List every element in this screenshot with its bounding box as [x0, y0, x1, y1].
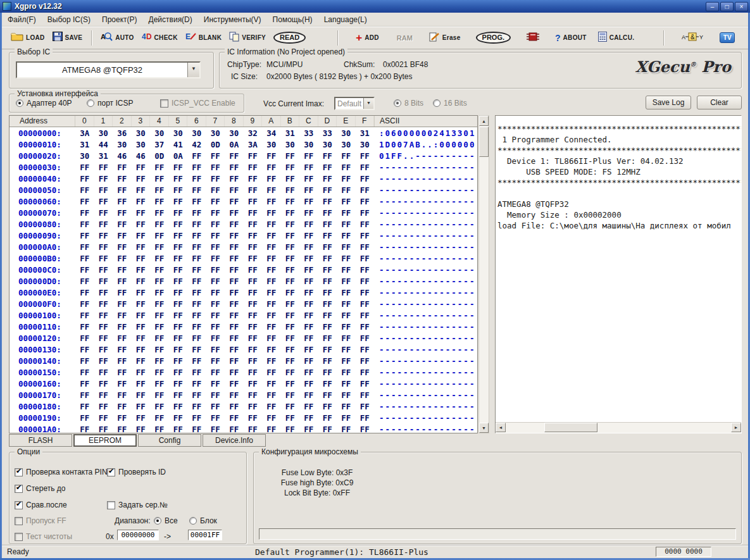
hex-byte[interactable]: FF	[356, 163, 375, 172]
hex-byte[interactable]: FF	[94, 288, 113, 297]
calcu-button[interactable]: CALCU.	[597, 29, 636, 47]
hex-byte[interactable]: FF	[244, 311, 263, 320]
hex-byte[interactable]: FF	[262, 368, 281, 377]
hex-byte[interactable]: FF	[337, 379, 356, 389]
hex-byte[interactable]: FF	[356, 425, 375, 434]
hex-byte[interactable]: FF	[75, 288, 94, 297]
hex-byte[interactable]: 0D	[206, 140, 225, 149]
hex-byte[interactable]: FF	[281, 379, 300, 389]
hex-byte[interactable]: 30	[132, 128, 151, 138]
hex-byte[interactable]: FF	[132, 356, 151, 366]
load-button[interactable]: LOAD	[9, 29, 46, 47]
hex-ascii[interactable]: ----------------	[374, 220, 477, 229]
hex-byte[interactable]: FF	[318, 231, 337, 240]
hex-byte[interactable]: FF	[356, 277, 375, 286]
hex-byte[interactable]: FF	[225, 242, 244, 252]
hex-byte[interactable]: FF	[169, 345, 188, 354]
hex-byte[interactable]: FF	[244, 379, 263, 389]
hex-byte[interactable]: FF	[75, 333, 94, 343]
hex-byte[interactable]: FF	[187, 151, 206, 161]
hex-byte[interactable]: 30	[150, 128, 169, 138]
hex-byte[interactable]: FF	[356, 333, 375, 343]
hex-byte[interactable]: FF	[94, 197, 113, 206]
hex-byte[interactable]: 30	[75, 151, 94, 161]
hex-byte[interactable]: FF	[299, 311, 318, 320]
hex-byte[interactable]: FF	[75, 185, 94, 195]
hex-byte[interactable]: FF	[150, 311, 169, 320]
hex-byte[interactable]: FF	[206, 379, 225, 389]
hex-byte[interactable]: FF	[281, 390, 300, 400]
hex-byte[interactable]: 30	[337, 140, 356, 149]
blank-test-checkbox[interactable]: Тест чистоты	[15, 532, 72, 541]
hex-byte[interactable]: FF	[75, 265, 94, 275]
hex-byte[interactable]: FF	[206, 185, 225, 195]
hex-byte[interactable]: FF	[75, 299, 94, 309]
hex-byte[interactable]: FF	[281, 231, 300, 240]
logic-test-button[interactable]: A&Y	[680, 29, 704, 47]
hex-byte[interactable]: FF	[244, 220, 263, 229]
hex-byte[interactable]: FF	[75, 231, 94, 240]
hex-byte[interactable]: FF	[187, 299, 206, 309]
scroll-up-icon[interactable]: ▲	[479, 116, 489, 126]
hex-byte[interactable]: FF	[299, 356, 318, 366]
hex-byte[interactable]: FF	[337, 425, 356, 434]
hex-ascii[interactable]: ----------------	[374, 368, 477, 377]
hex-byte[interactable]: FF	[94, 242, 113, 252]
hex-byte[interactable]: 30	[225, 128, 244, 138]
hex-byte[interactable]: 30	[94, 128, 113, 138]
hex-byte[interactable]: FF	[337, 151, 356, 161]
hex-byte[interactable]: FF	[113, 379, 132, 389]
hex-byte[interactable]: FF	[132, 299, 151, 309]
hex-byte[interactable]: FF	[150, 356, 169, 366]
hex-byte[interactable]: FF	[318, 220, 337, 229]
hex-ascii[interactable]: ----------------	[374, 254, 477, 263]
hex-byte[interactable]: FF	[244, 288, 263, 297]
hex-byte[interactable]: FF	[132, 390, 151, 400]
hex-byte[interactable]: FF	[337, 311, 356, 320]
hex-byte[interactable]: FF	[206, 242, 225, 252]
hex-byte[interactable]: FF	[318, 185, 337, 195]
hex-byte[interactable]: FF	[75, 322, 94, 332]
hex-byte[interactable]: 3A	[75, 128, 94, 138]
hex-byte[interactable]: FF	[262, 413, 281, 423]
16-bits-radio[interactable]: 16 Bits	[433, 99, 467, 108]
hex-byte[interactable]: FF	[113, 425, 132, 434]
hex-byte[interactable]: FF	[113, 299, 132, 309]
hex-byte[interactable]: FF	[187, 379, 206, 389]
address-to-input[interactable]	[188, 530, 222, 540]
hex-byte[interactable]: FF	[113, 174, 132, 184]
hex-byte[interactable]: 44	[94, 140, 113, 149]
hex-byte[interactable]: FF	[113, 242, 132, 252]
hex-ascii[interactable]: ----------------	[374, 208, 477, 218]
hex-byte[interactable]: FF	[225, 311, 244, 320]
hex-byte[interactable]: 33	[318, 128, 337, 138]
hex-byte[interactable]: FF	[75, 402, 94, 411]
hex-byte[interactable]: 3A	[244, 140, 263, 149]
hex-byte[interactable]: FF	[356, 197, 375, 206]
hex-byte[interactable]: FF	[318, 265, 337, 275]
menu-item-1[interactable]: Выбор IC(S)	[42, 13, 96, 26]
hex-byte[interactable]: 34	[262, 128, 281, 138]
hex-byte[interactable]: FF	[244, 174, 263, 184]
hex-byte[interactable]: FF	[281, 174, 300, 184]
hex-byte[interactable]: FF	[281, 413, 300, 423]
hex-byte[interactable]: FF	[244, 322, 263, 332]
hex-byte[interactable]: FF	[169, 333, 188, 343]
hex-byte[interactable]: FF	[337, 390, 356, 400]
hex-byte[interactable]: FF	[206, 356, 225, 366]
hex-byte[interactable]: FF	[244, 277, 263, 286]
hex-byte[interactable]: FF	[225, 425, 244, 434]
hex-byte[interactable]: FF	[113, 402, 132, 411]
hex-byte[interactable]: FF	[244, 425, 263, 434]
hex-byte[interactable]: FF	[75, 390, 94, 400]
hex-vertical-scrollbar[interactable]: ▲ ▼	[478, 115, 489, 433]
log-horizontal-scrollbar[interactable]: ◄ ►	[496, 422, 741, 433]
hex-byte[interactable]: 36	[113, 128, 132, 138]
hex-byte[interactable]: FF	[169, 220, 188, 229]
hex-byte[interactable]: FF	[281, 208, 300, 218]
hex-byte[interactable]: FF	[206, 368, 225, 377]
hex-byte[interactable]: FF	[356, 242, 375, 252]
hex-ascii[interactable]: ----------------	[374, 242, 477, 252]
hex-byte[interactable]: FF	[187, 288, 206, 297]
hex-byte[interactable]: FF	[244, 413, 263, 423]
